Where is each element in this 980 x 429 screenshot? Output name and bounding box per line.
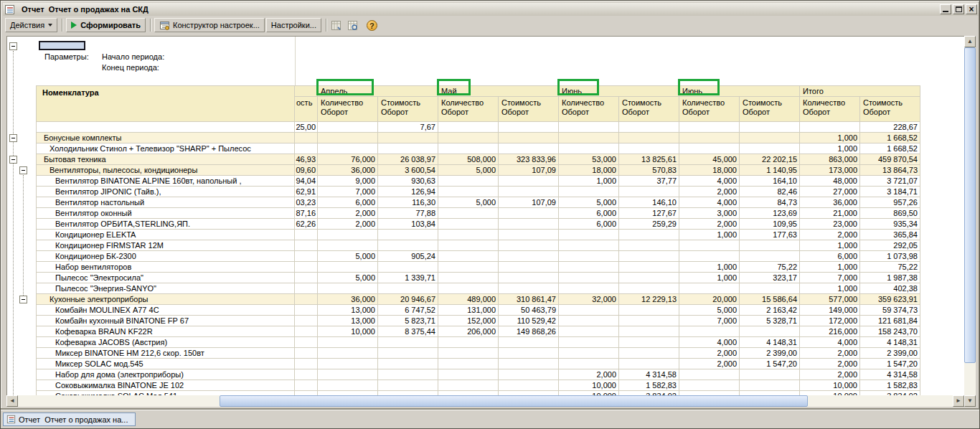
vertical-scrollbar[interactable] (964, 36, 976, 407)
value-cell-q1[interactable] (559, 359, 619, 369)
value-cell-aq[interactable]: 13,000 (318, 316, 378, 326)
value-cell-ts[interactable]: 4 314,58 (860, 369, 920, 380)
nomenclature-header-cell[interactable]: Номенклатура (36, 85, 295, 122)
taskbar-tab-report[interactable]: Отчет Отчет о продажах на... (3, 412, 136, 426)
value-cell-c0[interactable]: 94,04 (295, 176, 318, 187)
row-name-cell[interactable]: Комбайн MOULINEX А77 4С (36, 305, 295, 316)
value-cell-s2[interactable] (740, 133, 800, 143)
value-cell-aq[interactable] (318, 359, 378, 369)
qty-subheader-3[interactable]: КоличествоОборот (559, 97, 619, 122)
cost-subheader-3[interactable]: СтоимостьОборот (619, 97, 679, 122)
value-cell-q2[interactable] (679, 283, 740, 294)
value-cell-tq[interactable]: 577,000 (800, 294, 860, 305)
value-cell-c0[interactable] (295, 337, 318, 348)
value-cell-s2[interactable]: 75,22 (740, 262, 800, 273)
value-cell-c0[interactable]: 46,93 (295, 154, 318, 165)
value-cell-mq[interactable] (438, 176, 499, 187)
value-cell-c0[interactable] (295, 380, 318, 391)
value-cell-ms[interactable] (499, 133, 559, 143)
value-cell-aq[interactable] (318, 240, 378, 251)
value-cell-ts[interactable]: 1 547,20 (860, 359, 920, 369)
value-cell-q1[interactable] (559, 133, 619, 143)
value-cell-s1[interactable] (619, 187, 679, 197)
value-cell-mq[interactable]: 5,000 (438, 165, 499, 176)
value-cell-q1[interactable] (559, 283, 619, 294)
value-cell-c0[interactable] (295, 283, 318, 294)
value-cell-mq[interactable] (438, 143, 499, 154)
value-cell-ms[interactable] (499, 251, 559, 262)
value-cell-as[interactable]: 930,63 (378, 176, 438, 187)
value-cell-s2[interactable]: 15 586,64 (740, 294, 800, 305)
value-cell-q1[interactable]: 1,000 (559, 176, 619, 187)
value-cell-mq[interactable] (438, 348, 499, 359)
value-cell-tq[interactable]: 48,000 (800, 176, 860, 187)
value-cell-ms[interactable] (499, 262, 559, 273)
value-cell-aq[interactable] (318, 230, 378, 240)
value-cell-s1[interactable]: 570,83 (619, 165, 679, 176)
value-cell-ms[interactable]: 149 868,26 (499, 326, 559, 337)
value-cell-tq[interactable]: 2,000 (800, 369, 860, 380)
value-cell-ms[interactable] (499, 176, 559, 187)
value-cell-as[interactable] (378, 133, 438, 143)
value-cell-s1[interactable]: 4 314,58 (619, 369, 679, 380)
value-cell-ts[interactable]: 1 987,38 (860, 273, 920, 283)
value-cell-c0[interactable]: 03,23 (295, 197, 318, 208)
row-name-cell[interactable] (36, 122, 295, 133)
row-name-cell[interactable]: Пылесос "Энергия-SANYO" (36, 283, 295, 294)
value-cell-ts[interactable]: 3 721,07 (860, 176, 920, 187)
value-cell-ms[interactable] (499, 187, 559, 197)
value-cell-aq[interactable] (318, 337, 378, 348)
scroll-down-button[interactable] (964, 395, 976, 407)
value-cell-q2[interactable]: 2,000 (679, 187, 740, 197)
value-cell-aq[interactable] (318, 122, 378, 133)
row-name-cell[interactable]: Набор для дома (электроприборы) (36, 369, 295, 380)
value-cell-q1[interactable] (559, 348, 619, 359)
value-cell-s1[interactable] (619, 273, 679, 283)
value-cell-q2[interactable]: 45,000 (679, 154, 740, 165)
value-cell-q2[interactable]: 3,000 (679, 208, 740, 219)
value-cell-c0[interactable] (295, 369, 318, 380)
value-cell-s2[interactable]: 1 547,20 (740, 359, 800, 369)
qty-subheader-2[interactable]: КоличествоОборот (438, 97, 499, 122)
value-cell-c0[interactable]: 09,60 (295, 165, 318, 176)
value-cell-mq[interactable] (438, 219, 499, 230)
row-name-cell[interactable]: Набор вентиляторов (36, 262, 295, 273)
value-cell-ts[interactable]: 2 399,00 (860, 348, 920, 359)
row-name-cell[interactable]: Миксер BINATONE HM 212,6 скор. 150вт (36, 348, 295, 359)
restore-button[interactable] (953, 4, 964, 14)
value-cell-ts[interactable]: 935,34 (860, 219, 920, 230)
value-cell-mq[interactable] (438, 240, 499, 251)
value-cell-ts[interactable]: 292,05 (860, 240, 920, 251)
scroll-left-button[interactable] (6, 395, 18, 407)
value-cell-s2[interactable]: 1 140,95 (740, 165, 800, 176)
cost-subheader-5[interactable]: СтоимостьОборот (860, 97, 920, 122)
value-cell-c0[interactable] (295, 348, 318, 359)
value-cell-mq[interactable] (438, 122, 499, 133)
scroll-up-button[interactable] (964, 36, 976, 47)
value-cell-ms[interactable]: 107,09 (499, 197, 559, 208)
value-cell-tq[interactable]: 21,000 (800, 208, 860, 219)
value-cell-q1[interactable] (559, 316, 619, 326)
value-cell-as[interactable] (378, 262, 438, 273)
value-cell-ts[interactable]: 228,67 (860, 122, 920, 133)
value-cell-s1[interactable] (619, 337, 679, 348)
value-cell-q1[interactable]: 53,000 (559, 154, 619, 165)
value-cell-s2[interactable]: 323,17 (740, 273, 800, 283)
value-cell-as[interactable]: 5 823,71 (378, 316, 438, 326)
value-cell-ts[interactable]: 75,22 (860, 262, 920, 273)
value-cell-ms[interactable] (499, 369, 559, 380)
value-cell-q2[interactable]: 4,000 (679, 176, 740, 187)
value-cell-as[interactable] (378, 380, 438, 391)
row-name-cell[interactable]: Вентилятор настольный (36, 197, 295, 208)
value-cell-q2[interactable]: 4,000 (679, 197, 740, 208)
value-cell-q1[interactable]: 10,000 (559, 380, 619, 391)
value-cell-mq[interactable] (438, 133, 499, 143)
value-cell-q2[interactable]: 1,000 (679, 230, 740, 240)
value-cell-tq[interactable]: 10,000 (800, 380, 860, 391)
value-cell-c0[interactable] (295, 230, 318, 240)
value-cell-s2[interactable]: 84,73 (740, 197, 800, 208)
value-cell-q1[interactable] (559, 337, 619, 348)
value-cell-as[interactable] (378, 337, 438, 348)
value-cell-as[interactable]: 116,30 (378, 197, 438, 208)
value-cell-mq[interactable]: 152,000 (438, 316, 499, 326)
